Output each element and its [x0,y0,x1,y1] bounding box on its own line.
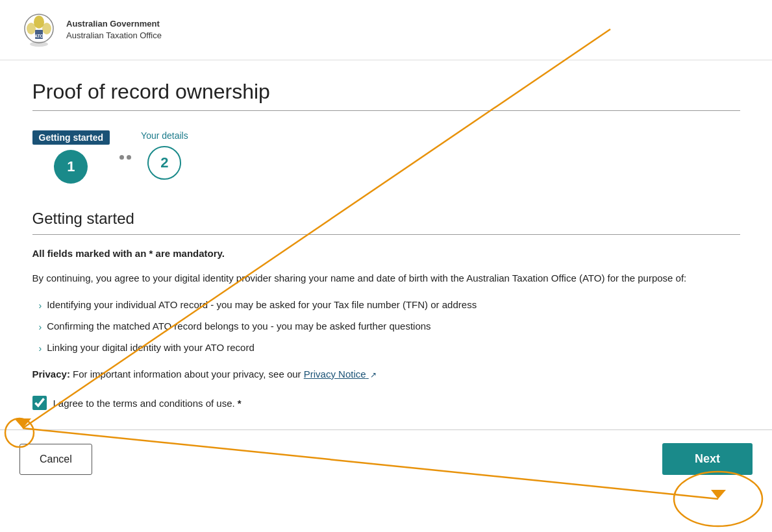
chevron-icon: › [39,342,42,356]
list-item: › Identifying your individual ATO record… [39,298,740,313]
svg-point-3 [42,23,51,34]
chevron-icon: › [39,299,42,313]
privacy-line: Privacy: For important information about… [32,369,740,380]
main-content: Proof of record ownership Getting starte… [13,60,760,410]
section-divider [32,234,740,235]
list-items: › Identifying your individual ATO record… [32,298,740,356]
cancel-button[interactable]: Cancel [19,444,92,475]
page-title: Proof of record ownership [32,80,740,104]
step-2-label: Your details [141,130,188,141]
privacy-notice-link[interactable]: Privacy Notice ↗ [304,369,377,380]
logo-area: ATO Australian Government Australian Tax… [19,10,162,49]
checkbox-area: I agree to the terms and conditions of u… [32,396,740,410]
step-dots [110,155,141,160]
privacy-text: For important information about your pri… [73,369,304,380]
dot-2 [127,155,131,160]
section-title: Getting started [32,210,740,228]
list-item-text: Confirming the matched ATO record belong… [47,319,430,334]
external-link-icon: ↗ [370,370,377,380]
gov-name-line2: Australian Taxation Office [66,30,162,42]
intro-text: By continuing, you agree to your digital… [32,271,740,286]
footer-bar: Cancel Next [0,429,772,488]
svg-text:ATO: ATO [34,34,44,38]
checkbox-label[interactable]: I agree to the terms and conditions of u… [53,398,242,409]
list-item: › Linking your digital identity with you… [39,341,740,356]
step-1: Getting started 1 [32,130,110,184]
chevron-icon: › [39,320,42,334]
list-item: › Confirming the matched ATO record belo… [39,319,740,334]
mandatory-asterisk: * [238,398,242,409]
step-2: Your details 2 [141,130,188,180]
mandatory-note: All fields marked with an * are mandator… [32,248,740,259]
step-1-label: Getting started [32,130,110,145]
svg-marker-8 [14,418,31,428]
list-item-text: Identifying your individual ATO record -… [47,298,477,313]
step-1-circle: 1 [54,150,88,184]
terms-checkbox[interactable] [32,396,47,410]
dot-1 [119,155,124,160]
next-button[interactable]: Next [662,443,753,475]
logo-text: Australian Government Australian Taxatio… [66,18,162,42]
stepper: Getting started 1 Your details 2 [32,130,740,184]
title-divider [32,110,740,111]
checkbox-label-text: I agree to the terms and conditions of u… [53,398,235,409]
svg-point-6 [30,42,48,47]
gov-name-line1: Australian Government [66,18,162,30]
step-2-circle: 2 [147,146,181,180]
privacy-bold-prefix: Privacy: [32,369,70,380]
svg-point-2 [27,23,36,34]
government-crest-icon: ATO [19,10,58,49]
list-item-text: Linking your digital identity with your … [47,341,255,356]
privacy-link-text: Privacy Notice [304,369,366,380]
header: ATO Australian Government Australian Tax… [0,0,772,60]
